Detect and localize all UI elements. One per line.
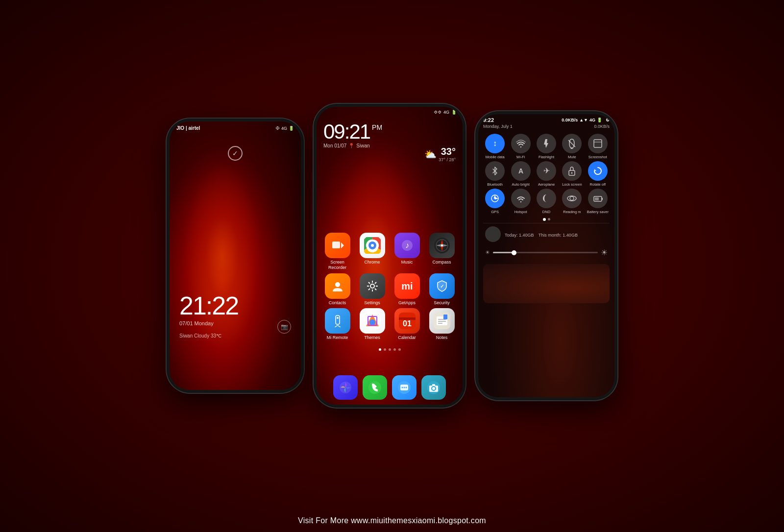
lock-status-icons: ᪠ 4G 🔋 (275, 126, 294, 131)
app-icon-miremote (325, 308, 350, 334)
app-item-compass[interactable]: Compass (426, 233, 458, 270)
tile-label-bluetooth: Bluetooth (487, 182, 503, 187)
svg-text:A: A (518, 167, 523, 175)
svg-rect-25 (336, 315, 340, 324)
app-item-miremote[interactable]: Mi Remote (321, 308, 353, 340)
app-label-themes: Themes (364, 335, 380, 340)
app-label-compass: Compass (432, 260, 451, 265)
tile-wifi[interactable]: Wi-Fi (509, 134, 532, 159)
tile-flashlight[interactable]: Flashlight (535, 134, 558, 159)
tile-icon-lock-screen (562, 161, 582, 181)
app-icon-notes (429, 308, 455, 334)
svg-point-13 (335, 282, 340, 287)
svg-point-5 (371, 244, 374, 247)
app-item-security[interactable]: ✓ Security (426, 273, 458, 306)
app-item-notes[interactable]: Notes (426, 308, 458, 340)
notif-time: 9:22 (483, 117, 494, 123)
svg-text:mi: mi (401, 281, 413, 291)
data-usage-row: Today: 1.40GB This month: 1.40GB (483, 223, 610, 245)
svg-point-26 (337, 317, 339, 319)
notif-signal: ▲▼ (579, 118, 588, 122)
svg-line-28 (338, 325, 341, 327)
home-signal: ᪠᪠ (434, 110, 441, 115)
app-item-contacts[interactable]: Contacts (321, 273, 353, 306)
tile-mobile-data[interactable]: ↕ Mobile data (483, 134, 507, 159)
tile-screenshot[interactable]: Screenshot (586, 134, 610, 159)
home-location-name: Siwan (356, 143, 369, 148)
app-item-music[interactable]: ♪ Music (391, 233, 423, 270)
notif-content: 9:22 0.0KB/s ▲▼ 4G 🔋 ⚙ Monday, July 1 (478, 114, 614, 306)
app-item-getapps[interactable]: mi GetApps (391, 273, 423, 306)
tile-lock-screen[interactable]: Lock screen (560, 161, 584, 187)
network-type: 4G (281, 126, 287, 131)
dock-icon-messages[interactable] (392, 375, 416, 400)
brightness-fill (493, 252, 514, 253)
dock-icon-pinwheel[interactable] (333, 375, 358, 400)
dock-icon-camera[interactable] (421, 375, 446, 400)
notif-settings-icon[interactable]: ⚙ (606, 118, 610, 122)
svg-line-19 (368, 282, 370, 284)
svg-text:♪: ♪ (405, 241, 409, 249)
lock-status-bar: JIO | airtel ᪠ 4G 🔋 (170, 121, 301, 135)
svg-text:01: 01 (403, 319, 412, 328)
svg-line-22 (368, 289, 370, 290)
tile-label-dnd: DND (542, 210, 550, 214)
app-icon-music: ♪ (394, 233, 420, 258)
footer-text: Visit For More www.miuithemesxiaomi.blog… (298, 516, 486, 525)
brightness-row[interactable]: ☀ ☀ (483, 245, 610, 260)
app-item-settings[interactable]: Settings (356, 273, 388, 306)
home-date: Mon 01/07 (323, 143, 346, 148)
svg-line-20 (375, 289, 376, 290)
app-icon-getapps: mi (394, 273, 420, 299)
notif-battery: 🔋 (597, 118, 602, 122)
tile-reading[interactable]: Reading m (560, 189, 584, 214)
home-clock: 09:21 (323, 121, 370, 142)
notif-sub-bar: Monday, July 1 0.0KB/s (483, 124, 610, 129)
tile-label-flashlight: Flashlight (539, 155, 554, 159)
tile-icon-bluetooth (485, 161, 505, 181)
tile-hotspot[interactable]: Hotspot (509, 189, 532, 214)
app-item-screen-recorder[interactable]: Screen Recorder (321, 233, 353, 270)
svg-text:↕: ↕ (493, 139, 497, 147)
weather-cloud-icon: ⛅ (424, 148, 437, 160)
tile-label-mute: Mute (568, 155, 576, 159)
app-label-calendar: Calendar (398, 335, 416, 340)
app-label-music: Music (401, 260, 413, 265)
tile-mute[interactable]: Mute (560, 134, 584, 159)
tile-label-hotspot: Hotspot (514, 210, 527, 214)
app-icon-contacts (325, 273, 350, 299)
page-wrapper: JIO | airtel ᪠ 4G 🔋 ✓ 21:22 (0, 0, 784, 532)
tile-battery-saver[interactable]: Battery saver (586, 189, 610, 214)
brightness-thumb[interactable] (512, 250, 516, 255)
lock-check-icon: ✓ (228, 146, 243, 161)
dot-5 (398, 348, 401, 351)
app-item-chrome[interactable]: Chrome (356, 233, 388, 270)
app-label-security: Security (434, 300, 450, 306)
tile-icon-reading (562, 189, 582, 208)
app-item-calendar[interactable]: 01 Calendar (391, 308, 423, 340)
dot-4 (393, 348, 396, 351)
tile-label-aeroplane: Aeroplane (538, 182, 555, 187)
tile-label-wifi: Wi-Fi (516, 155, 525, 159)
app-item-themes[interactable]: Themes (356, 308, 388, 340)
brightness-bar[interactable] (493, 252, 598, 253)
tile-page-dots (483, 218, 610, 221)
notif-data-speed: 0.0KB/s (562, 118, 578, 122)
tile-gps[interactable]: GPS (483, 189, 507, 214)
lock-camera-icon[interactable]: 📷 (277, 320, 291, 334)
svg-rect-56 (594, 140, 602, 147)
home-wallpaper: ᪠᪠ 4G 🔋 09:21 PM Mon 01/07 📍 (317, 107, 463, 405)
svg-line-21 (375, 282, 376, 284)
tile-icon-dnd (537, 189, 556, 208)
home-battery: 🔋 (451, 110, 457, 115)
notif-data-month: 0.0KB/s (594, 124, 610, 129)
tile-rotate[interactable]: Rotate off (586, 161, 610, 187)
app-icon-compass (429, 233, 455, 258)
tile-auto-brightness[interactable]: A Auto bright (509, 161, 532, 187)
notif-status-bar: 9:22 0.0KB/s ▲▼ 4G 🔋 ⚙ (483, 117, 610, 123)
tile-dnd[interactable]: DND (535, 189, 558, 214)
app-grid: Screen Recorder (317, 229, 463, 344)
tile-aeroplane[interactable]: ✈ Aeroplane (535, 161, 558, 187)
tile-bluetooth[interactable]: Bluetooth (483, 161, 507, 187)
dock-icon-phone[interactable] (363, 375, 387, 400)
